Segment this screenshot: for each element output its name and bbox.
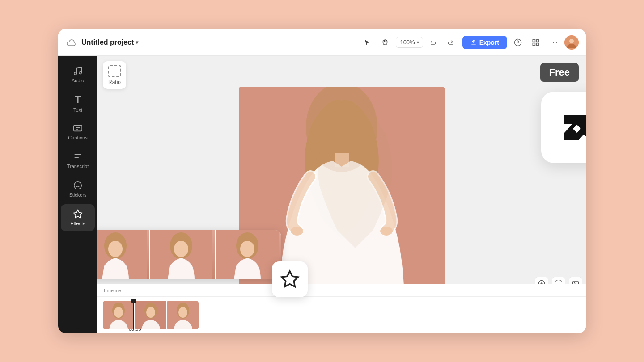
avatar[interactable] [564, 35, 579, 50]
svg-point-44 [114, 307, 123, 318]
chevron-down-icon: ▾ [136, 39, 138, 46]
mobile-thumb-2-svg [150, 230, 212, 279]
project-title[interactable]: Untitled project ▾ [81, 38, 138, 46]
svg-rect-3 [533, 43, 535, 45]
sidebar-item-stickers[interactable]: Stickers [61, 176, 95, 202]
more-button[interactable]: ⋯ [547, 35, 561, 50]
mobile-thumb-2 [149, 230, 215, 279]
export-button[interactable]: Export [462, 36, 507, 49]
mobile-thumb-3 [215, 230, 281, 279]
sidebar: Audio T Text Captions Transcript [58, 56, 97, 333]
body: Audio T Text Captions Transcript [58, 56, 586, 333]
svg-point-15 [380, 227, 393, 236]
svg-point-23 [174, 241, 188, 257]
text-icon: T [75, 94, 80, 105]
svg-point-14 [291, 227, 303, 236]
zoom-control[interactable]: 100% ▾ [396, 37, 423, 48]
clip-thumb-3 [167, 301, 199, 329]
svg-point-50 [178, 307, 187, 318]
effects-bubble[interactable] [272, 261, 308, 297]
svg-point-8 [74, 182, 82, 189]
header-left: Untitled project ▾ [65, 36, 355, 49]
canvas-area: Ratio [97, 56, 586, 333]
mobile-thumb-3-svg [216, 230, 279, 279]
timeline-controls: Timeline [97, 284, 586, 297]
svg-rect-2 [537, 39, 539, 42]
ratio-icon [108, 65, 121, 77]
sidebar-item-captions[interactable]: Captions [61, 118, 95, 145]
playhead-head [131, 299, 136, 303]
sidebar-item-transcript[interactable]: Transcript [61, 147, 95, 174]
sidebar-item-effects[interactable]: Effects [61, 204, 95, 231]
svg-point-47 [146, 307, 155, 318]
hand-tool-button[interactable] [378, 35, 392, 50]
main-window: Untitled project ▾ 100% ▾ [58, 29, 586, 333]
svg-point-6 [569, 39, 574, 43]
header-right: Export ⋯ [462, 35, 579, 50]
timeline-clip-1[interactable] [103, 301, 199, 329]
pointer-tool-button[interactable] [360, 35, 374, 50]
playhead [133, 300, 134, 330]
header: Untitled project ▾ 100% ▾ [58, 29, 586, 56]
mobile-preview-strip [97, 230, 281, 279]
timeline-label: Timeline [103, 288, 121, 293]
sidebar-item-audio[interactable]: Audio [61, 61, 95, 88]
help-button[interactable] [511, 35, 525, 50]
timeline-strip[interactable]: 00:00 [97, 297, 586, 333]
redo-button[interactable] [443, 35, 457, 50]
cloud-icon [65, 36, 78, 49]
star-outline-icon [280, 269, 300, 289]
svg-marker-9 [74, 210, 82, 218]
svg-point-20 [108, 241, 123, 257]
free-badge: Free [540, 63, 579, 82]
ratio-tool[interactable]: Ratio [103, 61, 126, 89]
undo-redo-group [427, 35, 457, 50]
svg-rect-1 [533, 39, 535, 42]
svg-rect-4 [537, 43, 539, 45]
capcut-card [541, 92, 586, 163]
mobile-thumb-1 [97, 230, 149, 279]
header-center: 100% ▾ [360, 35, 457, 50]
sidebar-item-text[interactable]: T Text [61, 90, 95, 117]
mobile-thumb-1-svg [97, 230, 147, 279]
svg-rect-7 [74, 126, 82, 131]
clip-thumb-2 [135, 301, 166, 329]
svg-marker-27 [282, 271, 298, 287]
undo-button[interactable] [427, 35, 441, 50]
clip-thumb-1 [103, 301, 134, 329]
layout-button[interactable] [529, 35, 543, 50]
svg-point-26 [240, 241, 254, 257]
timeline-area: Timeline 00:00 [97, 284, 586, 333]
capcut-logo-svg [555, 109, 586, 145]
